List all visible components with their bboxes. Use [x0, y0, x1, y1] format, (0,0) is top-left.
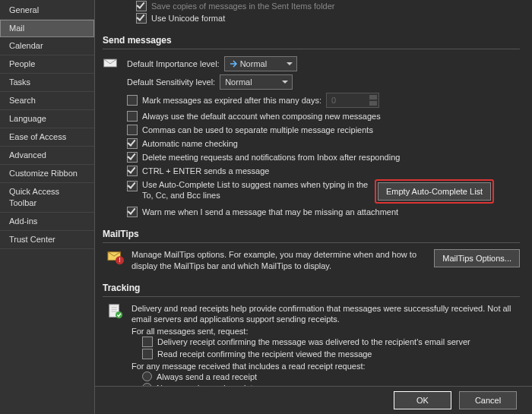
label-warn-attach: Warn me when I send a message that may b…	[142, 207, 398, 216]
options-dialog: General Mail Calendar People Tasks Searc…	[0, 0, 532, 414]
nav-add-ins[interactable]: Add-ins	[0, 213, 94, 231]
category-sidebar: General Mail Calendar People Tasks Searc…	[0, 0, 95, 414]
mailtips-description: Manage MailTips options. For example, yo…	[131, 249, 428, 272]
label-read-receipt: Read receipt confirming the recipient vi…	[157, 349, 372, 359]
label-ctrl-enter: CTRL + ENTER sends a message	[142, 166, 269, 175]
row-unicode: Use Unicode format	[103, 12, 520, 24]
importance-value: Normal	[240, 59, 267, 68]
checkbox-ctrl-enter[interactable]	[127, 166, 138, 176]
section-header-mailtips: MailTips	[103, 226, 520, 243]
checkbox-auto-name[interactable]	[127, 138, 138, 149]
label-all-sent: For all messages sent, request:	[131, 327, 520, 336]
label-always-send: Always send a read receipt	[157, 372, 257, 381]
label-commas: Commas can be used to separate multiple …	[142, 125, 373, 134]
nav-tasks[interactable]: Tasks	[0, 74, 94, 92]
priority-icon	[230, 60, 237, 68]
select-importance[interactable]: Normal	[224, 56, 297, 71]
nav-calendar[interactable]: Calendar	[0, 37, 94, 55]
empty-autocomplete-button[interactable]: Empty Auto-Complete List	[378, 182, 491, 201]
nav-general[interactable]: General	[0, 2, 94, 20]
nav-language[interactable]: Language	[0, 110, 94, 128]
label-delivery-receipt: Delivery receipt confirming the message …	[157, 337, 470, 346]
nav-customize-ribbon[interactable]: Customize Ribbon	[0, 165, 94, 183]
checkbox-read-receipt[interactable]	[142, 349, 153, 359]
main-panel: Save copies of messages in the Sent Item…	[95, 0, 532, 414]
label-save-copies: Save copies of messages in the Sent Item…	[151, 2, 335, 11]
checkbox-save-copies[interactable]	[136, 1, 147, 11]
highlight-annotation: Empty Auto-Complete List	[375, 179, 494, 204]
sensitivity-value: Normal	[225, 77, 252, 87]
label-sensitivity: Default Sensitivity level:	[127, 77, 215, 87]
cancel-button[interactable]: Cancel	[459, 391, 517, 409]
label-any-received: For any message received that includes a…	[131, 362, 520, 371]
nav-search[interactable]: Search	[0, 92, 94, 110]
spinner-expire-days[interactable]: 0	[326, 93, 379, 108]
ok-button[interactable]: OK	[394, 391, 451, 409]
checkbox-warn-attach[interactable]	[127, 207, 138, 217]
nav-ease-of-access[interactable]: Ease of Access	[0, 128, 94, 147]
checkbox-delete-meeting[interactable]	[127, 152, 138, 163]
nav-quick-access-toolbar[interactable]: Quick Access Toolbar	[0, 183, 94, 213]
section-header-tracking: Tracking	[103, 280, 520, 297]
checkbox-autocomplete[interactable]	[127, 181, 138, 191]
mailtips-icon: !	[107, 249, 122, 264]
dialog-footer: OK Cancel	[95, 386, 532, 414]
row-save-copies: Save copies of messages in the Sent Item…	[103, 0, 520, 12]
label-delete-meeting: Delete meeting requests and notification…	[142, 153, 400, 162]
mailtips-options-button[interactable]: MailTips Options...	[434, 249, 520, 267]
select-sensitivity[interactable]: Normal	[220, 74, 293, 90]
svg-point-5	[116, 311, 122, 318]
label-importance: Default Importance level:	[127, 59, 220, 68]
label-default-account: Always use the default account when comp…	[142, 112, 381, 121]
label-auto-name: Automatic name checking	[142, 139, 238, 148]
section-mailtips: MailTips ! Manage MailTips options. For …	[103, 226, 520, 272]
label-expire: Mark messages as expired after this many…	[142, 96, 321, 105]
radio-always-send[interactable]	[142, 371, 152, 381]
checkbox-commas[interactable]	[127, 125, 138, 135]
envelope-icon	[103, 55, 118, 71]
tracking-description: Delivery and read receipts help provide …	[131, 303, 520, 324]
radio-never-send[interactable]	[142, 383, 152, 386]
section-header-send: Send messages	[103, 32, 520, 49]
nav-people[interactable]: People	[0, 55, 94, 74]
label-autocomplete: Use Auto-Complete List to suggest names …	[142, 179, 370, 201]
label-never-send: Never send a read receipt	[157, 384, 253, 387]
checkbox-expire[interactable]	[127, 95, 138, 106]
tracking-icon	[107, 303, 122, 318]
section-send-messages: Send messages Default Importance level: …	[103, 32, 520, 218]
section-tracking: Tracking Delivery and read receipts help…	[103, 280, 520, 386]
checkbox-delivery-receipt[interactable]	[142, 337, 153, 347]
label-unicode: Use Unicode format	[151, 14, 225, 23]
svg-text:!: !	[119, 257, 120, 264]
expire-value: 0	[331, 96, 336, 105]
scroll-area: Save copies of messages in the Sent Item…	[95, 0, 532, 386]
checkbox-unicode[interactable]	[136, 13, 147, 24]
nav-advanced[interactable]: Advanced	[0, 147, 94, 165]
nav-trust-center[interactable]: Trust Center	[0, 231, 94, 249]
nav-mail[interactable]: Mail	[0, 20, 94, 37]
checkbox-default-account[interactable]	[127, 111, 138, 122]
